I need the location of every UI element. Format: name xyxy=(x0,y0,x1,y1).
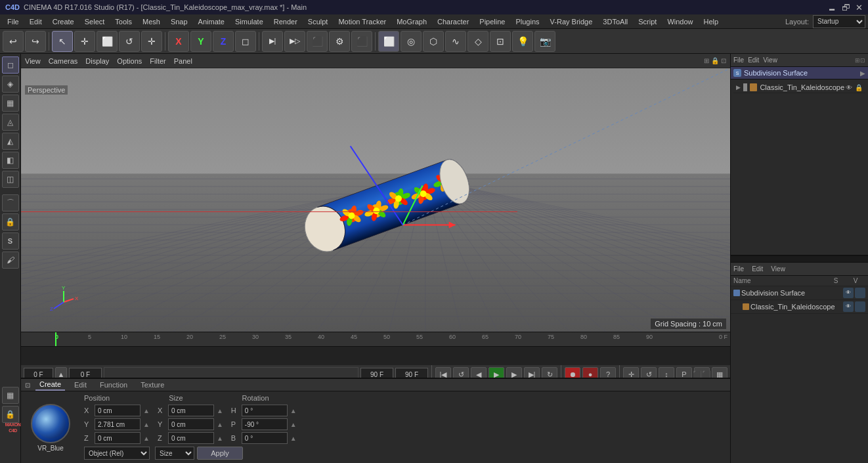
scale-tool-button[interactable]: ⬜ xyxy=(97,31,118,52)
object-mode-button[interactable]: ◧ xyxy=(2,152,19,169)
menu-edit[interactable]: Edit xyxy=(25,16,47,27)
x-pos-input[interactable] xyxy=(95,405,141,416)
x-size-arrow[interactable]: ▲ xyxy=(217,407,223,414)
axis-z-button[interactable]: Z xyxy=(213,31,234,52)
attr-file-menu[interactable]: File xyxy=(733,265,744,273)
cube-object-button[interactable]: ⬜ xyxy=(378,31,399,52)
menu-mograph[interactable]: MoGraph xyxy=(392,16,431,27)
render-region-button[interactable]: ▶| xyxy=(262,31,283,52)
uvw-mode-button[interactable]: ◫ xyxy=(2,171,19,188)
attr-row-1[interactable]: Classic_Tin_Kaleidoscope 👁 xyxy=(731,300,868,314)
select-tool-button[interactable]: ↖ xyxy=(52,31,73,52)
z-pos-arrow[interactable]: ▲ xyxy=(143,435,150,442)
paint-tool-button[interactable]: ⌒ xyxy=(2,194,19,211)
attr-lock-1[interactable] xyxy=(855,301,865,312)
world-axis-button[interactable]: ◻ xyxy=(235,31,256,52)
menu-plugins[interactable]: Plugins xyxy=(511,16,544,27)
obj-eye-1[interactable]: 👁 xyxy=(846,84,852,91)
attr-view-menu[interactable]: View xyxy=(771,265,785,273)
object-rel-select[interactable]: Object (Rel) xyxy=(84,447,150,460)
material-thumbnail[interactable] xyxy=(31,404,70,443)
vp-menu-display[interactable]: Display xyxy=(85,57,109,65)
deformer-button[interactable]: ⊡ xyxy=(490,31,511,52)
point-mode-button[interactable]: ◭ xyxy=(2,133,19,150)
menu-pipeline[interactable]: Pipeline xyxy=(475,16,510,27)
x-size-input[interactable] xyxy=(168,405,214,416)
axis-x-button[interactable]: X xyxy=(168,31,189,52)
om-view-menu[interactable]: View xyxy=(763,56,777,64)
menu-select[interactable]: Select xyxy=(80,16,110,27)
vp-menu-view[interactable]: View xyxy=(25,57,41,65)
apply-button[interactable]: Apply xyxy=(197,447,243,460)
subdiv-surface-item[interactable]: S Subdivision Surface ▶ xyxy=(731,67,868,79)
om-edit-menu[interactable]: Edit xyxy=(748,56,759,64)
lock-button[interactable]: 🔒 xyxy=(2,213,19,231)
obj-tree-item-0[interactable]: ▶ Classic_Tin_Kaleidoscope 👁 🔒 xyxy=(733,82,865,93)
menu-tools[interactable]: Tools xyxy=(110,16,137,27)
menu-sculpt[interactable]: Sculpt xyxy=(303,16,333,27)
attr-row-0[interactable]: Subdivision Surface 👁 xyxy=(731,286,868,300)
model-mode-button[interactable]: ◻ xyxy=(2,56,19,74)
z-size-arrow[interactable]: ▲ xyxy=(217,435,223,442)
undo-button[interactable]: ↩ xyxy=(3,31,24,52)
move-tool-button[interactable]: ✛ xyxy=(74,31,95,52)
p-rot-input[interactable] xyxy=(242,418,288,430)
transform-tool-button[interactable]: ✛ xyxy=(141,31,162,52)
viewport-canvas[interactable]: Perspective Grid Spacing : 10 cm X Y Z xyxy=(21,68,730,332)
h-rot-arrow[interactable]: ▲ xyxy=(290,407,297,414)
attr-vis-0[interactable]: 👁 xyxy=(843,288,854,298)
y-pos-input[interactable] xyxy=(95,418,141,430)
menu-vray-bridge[interactable]: V-Ray Bridge xyxy=(546,16,597,27)
edge-mode-button[interactable]: ◬ xyxy=(2,114,19,131)
vp-menu-panel[interactable]: Panel xyxy=(174,57,192,65)
b-rot-input[interactable] xyxy=(242,432,288,444)
layout-select[interactable]: Startup xyxy=(813,15,865,28)
menu-simulate[interactable]: Simulate xyxy=(230,16,268,27)
om-scrollbar[interactable] xyxy=(731,255,868,262)
menu-snap[interactable]: Snap xyxy=(166,16,192,27)
extrude-button[interactable]: ◇ xyxy=(467,31,488,52)
size-select[interactable]: Size xyxy=(155,447,194,460)
vp-menu-options[interactable]: Options xyxy=(117,57,142,65)
array-button[interactable]: ⬡ xyxy=(423,31,444,52)
bp-tab-edit[interactable]: Edit xyxy=(70,380,91,390)
light-button[interactable]: 💡 xyxy=(512,31,533,52)
render-all-views-button[interactable]: ⬛ xyxy=(307,31,328,52)
minimize-button[interactable]: 🗕 xyxy=(828,3,836,12)
menu-file[interactable]: File xyxy=(3,16,24,27)
menu-create[interactable]: Create xyxy=(48,16,79,27)
sphere-object-button[interactable]: ◎ xyxy=(401,31,422,52)
om-file-menu[interactable]: File xyxy=(733,56,744,64)
render-active-view-button[interactable]: ▶▷ xyxy=(284,31,305,52)
texture-mode-button[interactable]: ◈ xyxy=(2,76,19,93)
menu-3dtoall[interactable]: 3DToAll xyxy=(598,16,632,27)
p-rot-arrow[interactable]: ▲ xyxy=(290,421,297,428)
axis-y-button[interactable]: Y xyxy=(190,31,211,52)
bp-tab-create[interactable]: Create xyxy=(35,379,65,391)
z-size-input[interactable] xyxy=(168,432,214,444)
camera-button[interactable]: 📷 xyxy=(534,31,555,52)
menu-character[interactable]: Character xyxy=(433,16,473,27)
render-queue-button[interactable]: ⬛ xyxy=(351,31,372,52)
close-button[interactable]: ✕ xyxy=(856,3,863,12)
vp-menu-cameras[interactable]: Cameras xyxy=(49,57,78,65)
titlebar-controls[interactable]: 🗕 🗗 ✕ xyxy=(828,3,863,12)
menu-render[interactable]: Render xyxy=(269,16,302,27)
y-size-input[interactable] xyxy=(168,418,214,430)
grid-button[interactable]: ▦ xyxy=(2,387,19,404)
menu-script[interactable]: Script xyxy=(634,16,661,27)
polygon-mode-button[interactable]: ▦ xyxy=(2,95,19,112)
h-rot-input[interactable] xyxy=(242,405,288,416)
attr-vis-1[interactable]: 👁 xyxy=(843,301,854,312)
redo-button[interactable]: ↪ xyxy=(25,31,46,52)
bp-tab-texture[interactable]: Texture xyxy=(137,380,168,390)
s-button[interactable]: S xyxy=(2,232,19,250)
render-settings-button[interactable]: ⚙ xyxy=(329,31,350,52)
z-pos-input[interactable] xyxy=(95,432,141,444)
attr-lock-0[interactable] xyxy=(855,288,865,298)
vp-menu-filter[interactable]: Filter xyxy=(150,57,165,65)
y-pos-arrow[interactable]: ▲ xyxy=(143,421,150,428)
menu-mesh[interactable]: Mesh xyxy=(138,16,165,27)
bp-tab-function[interactable]: Function xyxy=(96,380,131,390)
restore-button[interactable]: 🗗 xyxy=(842,3,850,12)
